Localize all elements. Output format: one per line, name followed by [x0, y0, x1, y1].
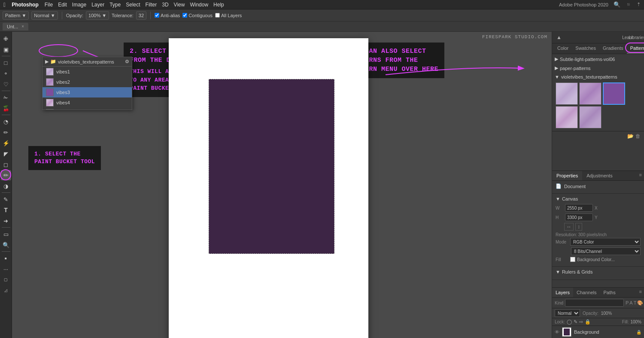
document-tab[interactable]: Unt... × [3, 23, 28, 30]
tab-color[interactable]: Color [554, 43, 572, 54]
filter-icon-1[interactable]: P [626, 300, 629, 306]
dodge-tool[interactable]: ◑ [1, 181, 11, 191]
blend-mode-dropdown[interactable]: Normal ▼ [31, 11, 58, 20]
layer-eye-icon[interactable]: 👁 [555, 329, 559, 335]
history-brush-tool[interactable]: ◤ [1, 149, 11, 159]
tab-layers[interactable]: Layers [552, 288, 573, 297]
stamp-tool[interactable]: ⚡ [1, 138, 11, 148]
trash-icon[interactable]: 🗑 [635, 133, 641, 139]
link-height-icon[interactable]: ↕ [575, 223, 582, 231]
tab-swatches[interactable]: Swatches [572, 43, 599, 54]
artboard-tool[interactable]: ▣ [1, 44, 11, 55]
section-title-subtle[interactable]: ▶ Subtle-light-patterns-vol06 [552, 55, 644, 63]
pattern-thumb-4[interactable] [556, 106, 578, 128]
pen-tool[interactable]: ✎ [1, 194, 11, 204]
eraser-tool[interactable]: ◻ [1, 159, 11, 170]
depth-select[interactable]: 8 Bits/Channel [571, 247, 641, 255]
menu-type[interactable]: Type [109, 2, 121, 8]
path-select-tool[interactable]: ➜ [1, 216, 11, 226]
gradient-tool[interactable]: ✏ [1, 170, 11, 180]
tool-mode-dropdown[interactable]: Pattern ▼ [3, 11, 29, 20]
libraries-icon[interactable]: Libraries [633, 33, 641, 42]
anti-alias-check[interactable]: Anti-alias [155, 13, 180, 18]
layer-row-background[interactable]: 👁 Background 🔒 [552, 326, 644, 338]
panel-gear-icon[interactable]: ⚙ [125, 59, 129, 64]
marquee-tool[interactable]: □ [1, 58, 11, 68]
contiguous-checkbox[interactable] [182, 13, 187, 18]
canvas-title[interactable]: ▼ Canvas [556, 196, 641, 201]
filter-icon-2[interactable]: A [629, 300, 632, 306]
type-tool[interactable]: T [1, 205, 11, 215]
menu-window[interactable]: Window [190, 2, 208, 8]
link-width-icon[interactable]: ↔ [564, 223, 574, 231]
section-title-paper[interactable]: ▶ paper-patterns [552, 64, 644, 72]
folder-new-icon[interactable]: 📂 [627, 133, 634, 139]
props-menu-icon[interactable]: ≡ [637, 171, 644, 180]
pattern-thumb-5[interactable] [579, 106, 601, 128]
opacity-control[interactable]: 100% ▼ [86, 11, 109, 20]
arrange-icon[interactable]: ◾ [626, 2, 632, 7]
width-input[interactable] [565, 204, 593, 212]
menu-layer[interactable]: Layer [91, 2, 104, 8]
anti-alias-checkbox[interactable] [155, 13, 159, 18]
tab-gradients[interactable]: Gradients [599, 43, 627, 54]
pattern-item-vibes3[interactable]: vibes3 [43, 87, 132, 97]
menu-filter[interactable]: Filter [146, 2, 157, 8]
tab-properties[interactable]: Properties [552, 171, 582, 180]
pattern-item-vibes2[interactable]: vibes2 [43, 77, 132, 87]
pattern-thumb-3[interactable] [603, 82, 625, 105]
pattern-item-vibes5[interactable]: vibes5 [43, 108, 132, 110]
contiguous-check[interactable]: Contiguous [182, 13, 213, 18]
eyedropper-tool[interactable]: 🍒 [1, 103, 11, 113]
apple-menu[interactable]:  [3, 1, 6, 8]
mode-select[interactable]: RGB Color [570, 238, 641, 246]
x-input[interactable] [604, 204, 623, 212]
share-icon[interactable]: ⇡ [637, 2, 641, 7]
tab-paths[interactable]: Paths [600, 288, 619, 297]
canvas-document[interactable] [169, 38, 368, 338]
all-layers-check[interactable]: All Layers [215, 13, 242, 18]
all-layers-checkbox[interactable] [215, 13, 220, 18]
extra-tools-2[interactable]: ◿ [1, 285, 11, 295]
lock-icon-4[interactable]: 🔒 [585, 319, 591, 325]
menu-view[interactable]: View [174, 2, 185, 8]
menu-image[interactable]: Image [72, 2, 86, 8]
menu-file[interactable]: File [45, 2, 53, 8]
filter-icon-3[interactable]: T [634, 300, 637, 306]
tab-patterns[interactable]: Patterns [627, 43, 644, 54]
pattern-thumb-2[interactable] [579, 82, 601, 105]
blend-mode-select[interactable]: Normal [555, 309, 580, 317]
pattern-item-vibes4[interactable]: vibes4 [43, 97, 132, 108]
quick-select-tool[interactable]: ♡ [1, 79, 11, 89]
layers-menu-icon[interactable]: ≡ [637, 288, 644, 297]
menu-select[interactable]: Select [126, 2, 140, 8]
panel-icon-1[interactable]: ▲ [555, 33, 563, 42]
lasso-tool[interactable]: ⚬ [1, 68, 11, 79]
more-tools[interactable]: ··· [1, 264, 11, 274]
crop-tool[interactable]: ✁ [1, 92, 11, 103]
filter-icon-4[interactable]: 🎨 [637, 300, 643, 306]
extra-tools-1[interactable]: ▢ [1, 274, 11, 285]
y-input[interactable] [604, 213, 623, 221]
shape-tool[interactable]: ▭ [1, 229, 11, 239]
tab-close[interactable]: × [21, 24, 24, 29]
brush-tool[interactable]: ✏ [1, 127, 11, 137]
foreground-color[interactable]: ■ [1, 253, 11, 263]
pattern-thumb-1[interactable] [556, 82, 578, 105]
tab-adjustments[interactable]: Adjustments [582, 171, 617, 180]
fill-color-swatch[interactable] [570, 257, 575, 262]
zoom-tool[interactable]: 🔍 [1, 240, 11, 250]
pattern-item-vibes1[interactable]: vibes1 [43, 67, 132, 77]
kind-input[interactable] [565, 299, 624, 307]
lock-icon-1[interactable]: ◯ [567, 319, 572, 325]
height-input[interactable] [565, 213, 593, 221]
rulers-title[interactable]: ▼ Rulers & Grids [556, 269, 641, 274]
menu-edit[interactable]: Edit [58, 2, 67, 8]
move-tool[interactable]: ✙ [1, 33, 11, 44]
lock-icon-3[interactable]: ⇨ [579, 319, 583, 325]
tab-channels[interactable]: Channels [573, 288, 600, 297]
section-title-violet[interactable]: ▼ violetvibes_texturepatterns [552, 73, 644, 81]
menu-3d[interactable]: 3D [162, 2, 168, 8]
lock-icon-2[interactable]: ✎ [574, 319, 577, 325]
search-icon[interactable]: 🔍 [614, 1, 620, 8]
